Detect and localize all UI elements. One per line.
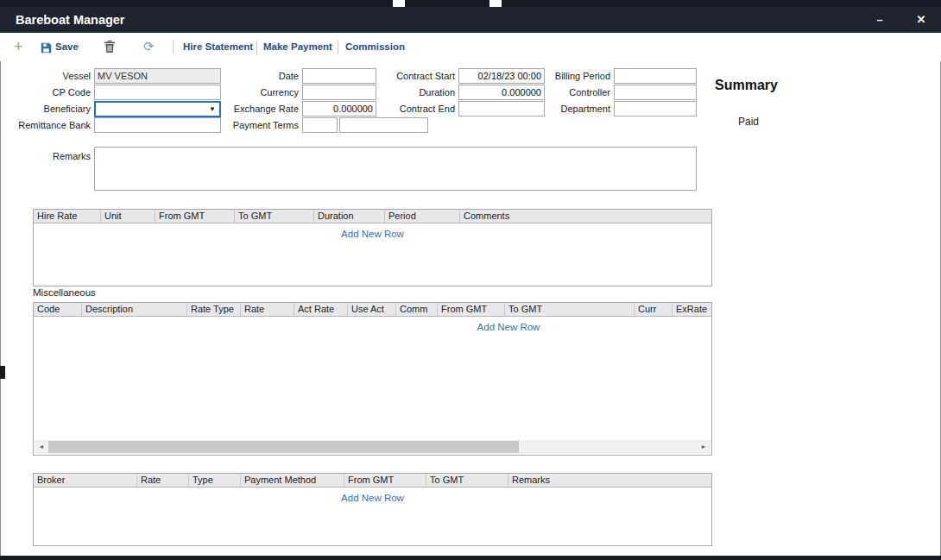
column-header: To GMT: [235, 210, 314, 223]
column-header: Curr: [635, 303, 673, 316]
contract-end-label: Contract End: [371, 101, 455, 116]
column-header: ExRate: [673, 303, 712, 316]
beneficiary-label: Beneficiary: [0, 101, 91, 116]
window-title: Bareboat Manager: [16, 7, 125, 33]
currency-field[interactable]: [302, 85, 376, 100]
broker-table: Broker Rate Type Payment Method From GMT…: [33, 473, 712, 546]
scrollbar-thumb[interactable]: [48, 441, 519, 453]
refresh-icon[interactable]: ⟳: [143, 39, 155, 54]
column-header: From GMT: [155, 210, 235, 223]
background-tabs-strip: [0, 0, 941, 7]
close-button[interactable]: ✕: [906, 7, 936, 33]
commission-button[interactable]: Commission: [345, 41, 405, 52]
misc-add-new-row-link[interactable]: Add New Row: [34, 322, 712, 332]
column-header: To GMT: [505, 303, 635, 316]
hire-statement-button[interactable]: Hire Statement: [183, 41, 253, 52]
toolbar-separator: [173, 41, 174, 54]
column-header: Description: [82, 303, 187, 316]
bottom-window-strip: [0, 556, 941, 560]
scroll-right-button[interactable]: ►: [697, 440, 710, 454]
miscellaneous-table: Code Description Rate Type Rate Act Rate…: [33, 302, 712, 456]
hire-rate-table: Hire Rate Unit From GMT To GMT Duration …: [33, 209, 712, 286]
exchange-rate-field[interactable]: [302, 101, 376, 116]
controller-field[interactable]: [614, 85, 697, 100]
remittance-bank-label: Remittance Bank: [0, 117, 91, 133]
column-header: Broker: [34, 474, 137, 487]
contract-end-field[interactable]: [458, 101, 545, 116]
column-header: Unit: [101, 210, 155, 223]
controller-label: Controller: [542, 85, 610, 100]
broker-table-header: Broker Rate Type Payment Method From GMT…: [34, 474, 711, 488]
miscellaneous-table-header: Code Description Rate Type Rate Act Rate…: [34, 303, 712, 317]
toolbar-separator: [256, 41, 257, 54]
background-artifact: [0, 366, 5, 379]
add-icon[interactable]: +: [14, 38, 23, 56]
dropdown-arrow-icon: ▼: [209, 105, 216, 113]
toolbar-separator: [338, 41, 338, 54]
column-header: From GMT: [438, 303, 505, 316]
remittance-bank-field[interactable]: [94, 117, 221, 133]
column-header: Payment Method: [241, 474, 344, 487]
column-header: Hire Rate: [34, 210, 101, 223]
column-header: Remarks: [508, 474, 711, 487]
bareboat-manager-window: Bareboat Manager – ✕ + Save ⟳ Hire State…: [0, 0, 941, 560]
toolbar: + Save ⟳ Hire Statement Make Payment Com…: [0, 33, 941, 61]
tab-gap: [489, 0, 502, 7]
date-field[interactable]: [302, 68, 376, 84]
column-header: Type: [189, 474, 241, 487]
column-header: Use Act: [348, 303, 396, 316]
column-header: To GMT: [426, 474, 508, 487]
duration-label: Duration: [371, 85, 455, 100]
payment-terms-field-1[interactable]: [302, 117, 338, 133]
misc-horizontal-scrollbar[interactable]: ◄ ►: [35, 440, 710, 454]
scroll-left-button[interactable]: ◄: [35, 440, 48, 454]
hire-add-new-row-link[interactable]: Add New Row: [34, 229, 711, 239]
minimize-button[interactable]: –: [865, 7, 894, 33]
paid-label: Paid: [738, 116, 759, 128]
remarks-field[interactable]: [94, 147, 697, 191]
duration-field[interactable]: [458, 85, 545, 100]
contract-start-label: Contract Start: [371, 68, 455, 84]
column-header: Rate: [137, 474, 189, 487]
column-header: Comm: [396, 303, 438, 316]
make-payment-button[interactable]: Make Payment: [263, 41, 332, 52]
window-titlebar: Bareboat Manager – ✕: [0, 7, 941, 33]
payment-terms-field-2[interactable]: [339, 117, 428, 133]
column-header: Comments: [460, 210, 711, 223]
save-icon[interactable]: [41, 41, 52, 57]
miscellaneous-title: Miscellaneous: [33, 287, 96, 298]
cp-code-label: CP Code: [0, 85, 91, 100]
billing-period-label: Billing Period: [542, 68, 610, 84]
broker-add-new-row-link[interactable]: Add New Row: [34, 493, 711, 503]
contract-start-field[interactable]: [458, 68, 545, 84]
column-header: Rate Type: [187, 303, 241, 316]
column-header: Act Rate: [294, 303, 348, 316]
column-header: From GMT: [344, 474, 426, 487]
billing-period-field[interactable]: [614, 68, 697, 84]
summary-title: Summary: [715, 78, 778, 93]
cp-code-field[interactable]: [94, 85, 221, 100]
delete-icon[interactable]: [104, 41, 115, 56]
department-field[interactable]: [614, 101, 697, 116]
remarks-label: Remarks: [0, 148, 91, 164]
tab-gap: [393, 0, 405, 7]
column-header: Duration: [314, 210, 385, 223]
hire-rate-table-header: Hire Rate Unit From GMT To GMT Duration …: [34, 210, 711, 223]
column-header: Rate: [241, 303, 294, 316]
column-header: Period: [385, 210, 460, 223]
column-header: Code: [34, 303, 82, 316]
beneficiary-dropdown[interactable]: ▼: [94, 101, 221, 117]
department-label: Department: [542, 101, 610, 116]
save-button[interactable]: Save: [55, 41, 79, 52]
vessel-label: Vessel: [0, 68, 91, 84]
vessel-field[interactable]: [94, 68, 221, 84]
